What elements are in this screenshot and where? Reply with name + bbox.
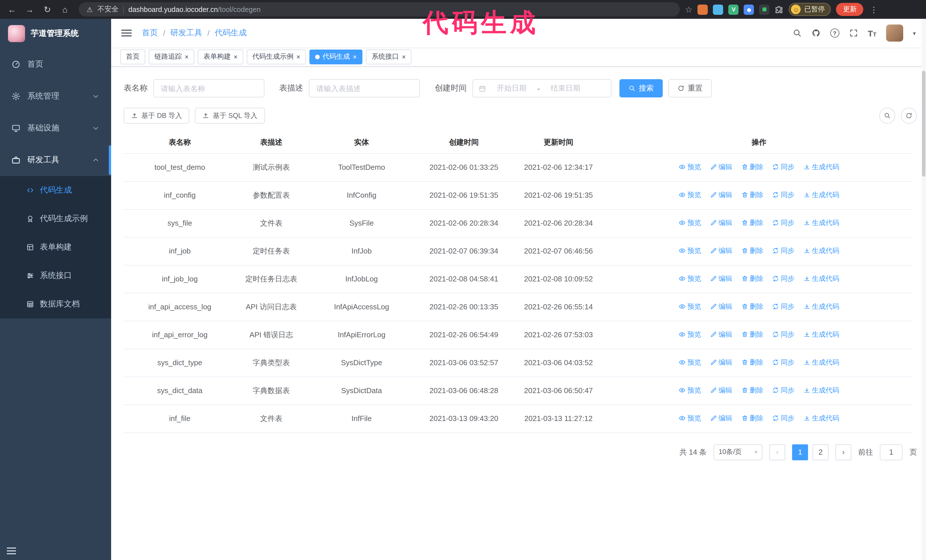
breadcrumb-item[interactable]: 研发工具 — [170, 28, 202, 38]
generate-code-action[interactable]: 生成代码 — [803, 161, 840, 172]
preview-action[interactable]: 预览 — [679, 245, 701, 256]
tab-close-icon[interactable]: × — [185, 53, 189, 60]
edit-action[interactable]: 编辑 — [710, 245, 732, 256]
tab[interactable]: 链路追踪 × — [149, 49, 194, 64]
avatar-caret-icon[interactable]: ▾ — [913, 30, 916, 36]
browser-home-button[interactable]: ⌂ — [59, 5, 71, 14]
page-number-button[interactable]: 1 — [792, 444, 808, 460]
edit-action[interactable]: 编辑 — [710, 189, 732, 200]
sidebar-bottom-menu-icon[interactable] — [7, 548, 16, 554]
page-size-select[interactable]: 10条/页 ▾ — [713, 444, 763, 460]
user-avatar[interactable] — [886, 24, 903, 42]
page-number-button[interactable]: 2 — [813, 444, 829, 460]
fullscreen-icon[interactable] — [849, 29, 858, 38]
browser-back-button[interactable]: ← — [6, 5, 18, 14]
sidebar-item-codegen-example[interactable]: 代码生成示例 — [0, 205, 111, 233]
tab[interactable]: 表单构建 × — [198, 49, 243, 64]
browser-extension-icon[interactable] — [698, 4, 708, 15]
browser-update-button[interactable]: 更新 — [836, 3, 864, 16]
preview-action[interactable]: 预览 — [679, 356, 701, 368]
search-icon[interactable] — [792, 29, 802, 38]
generate-code-action[interactable]: 生成代码 — [803, 245, 840, 256]
table-desc-input[interactable] — [309, 79, 420, 97]
bookmark-star-icon[interactable]: ☆ — [685, 4, 693, 15]
vue-devtools-extension-icon[interactable]: V — [729, 4, 739, 15]
delete-action[interactable]: 删除 — [741, 189, 763, 200]
sync-action[interactable]: 同步 — [772, 161, 794, 172]
browser-extension-icon[interactable] — [759, 4, 770, 15]
edit-action[interactable]: 编辑 — [710, 161, 732, 172]
generate-code-action[interactable]: 生成代码 — [803, 273, 840, 284]
sync-action[interactable]: 同步 — [772, 245, 794, 256]
generate-code-action[interactable]: 生成代码 — [803, 412, 840, 424]
edit-action[interactable]: 编辑 — [710, 328, 732, 340]
browser-address-bar[interactable]: ⚠ 不安全 dashboard.yudao.iocoder.cn/tool/co… — [79, 2, 680, 17]
delete-action[interactable]: 删除 — [741, 328, 763, 340]
edit-action[interactable]: 编辑 — [710, 300, 732, 312]
github-icon[interactable] — [811, 29, 820, 38]
preview-action[interactable]: 预览 — [679, 189, 701, 200]
delete-action[interactable]: 删除 — [741, 412, 763, 424]
browser-extension-icon[interactable]: ☻ — [744, 4, 754, 15]
edit-action[interactable]: 编辑 — [710, 217, 732, 228]
edit-action[interactable]: 编辑 — [710, 356, 732, 368]
sidebar-item-system-management[interactable]: 系统管理 — [0, 80, 111, 112]
preview-action[interactable]: 预览 — [679, 161, 701, 172]
delete-action[interactable]: 删除 — [741, 384, 763, 395]
browser-extension-icon[interactable] — [713, 4, 723, 15]
delete-action[interactable]: 删除 — [741, 161, 763, 172]
sidebar-item-home[interactable]: 首页 — [0, 48, 111, 80]
refresh-table-button[interactable] — [901, 108, 917, 124]
sync-action[interactable]: 同步 — [772, 412, 794, 424]
preview-action[interactable]: 预览 — [679, 300, 701, 312]
page-scrollbar[interactable] — [921, 19, 926, 560]
generate-code-action[interactable]: 生成代码 — [803, 217, 840, 228]
sidebar-item-form-builder[interactable]: 表单构建 — [0, 233, 111, 261]
preview-action[interactable]: 预览 — [679, 328, 701, 340]
font-size-icon[interactable]: TT — [868, 29, 876, 37]
preview-action[interactable]: 预览 — [679, 384, 701, 395]
import-db-button[interactable]: 基于 DB 导入 — [124, 108, 189, 124]
import-sql-button[interactable]: 基于 SQL 导入 — [195, 108, 265, 124]
tab[interactable]: 系统接口 × — [366, 49, 412, 64]
sync-action[interactable]: 同步 — [772, 189, 794, 200]
hamburger-icon[interactable] — [121, 30, 132, 36]
sync-action[interactable]: 同步 — [772, 384, 794, 395]
sync-action[interactable]: 同步 — [772, 328, 794, 340]
preview-action[interactable]: 预览 — [679, 217, 701, 228]
table-name-input[interactable] — [153, 79, 265, 97]
app-logo[interactable]: 芋道管理系统 — [0, 19, 111, 48]
sync-action[interactable]: 同步 — [772, 217, 794, 228]
sidebar-item-database-docs[interactable]: 数据库文档 — [0, 290, 111, 318]
generate-code-action[interactable]: 生成代码 — [803, 189, 840, 200]
edit-action[interactable]: 编辑 — [710, 273, 732, 284]
prev-page-button[interactable]: ‹ — [769, 444, 785, 460]
sidebar-item-dev-tools[interactable]: 研发工具 — [0, 144, 111, 176]
tab[interactable]: 代码生成 × — [309, 49, 362, 64]
generate-code-action[interactable]: 生成代码 — [803, 328, 840, 340]
delete-action[interactable]: 删除 — [741, 273, 763, 284]
preview-action[interactable]: 预览 — [679, 273, 701, 284]
sync-action[interactable]: 同步 — [772, 273, 794, 284]
delete-action[interactable]: 删除 — [741, 217, 763, 228]
breadcrumb-item[interactable]: 首页 — [142, 28, 158, 38]
search-button[interactable]: 搜索 — [619, 79, 663, 97]
tab-close-icon[interactable]: × — [353, 53, 357, 60]
generate-code-action[interactable]: 生成代码 — [803, 300, 840, 312]
sidebar-item-infrastructure[interactable]: 基础设施 — [0, 112, 111, 144]
help-icon[interactable]: ? — [830, 29, 839, 38]
profile-paused-chip[interactable]: ☺ 已暂停 — [789, 3, 831, 16]
sync-action[interactable]: 同步 — [772, 300, 794, 312]
delete-action[interactable]: 删除 — [741, 245, 763, 256]
generate-code-action[interactable]: 生成代码 — [803, 384, 840, 395]
edit-action[interactable]: 编辑 — [710, 384, 732, 395]
tab[interactable]: 代码生成示例 × — [247, 49, 306, 64]
delete-action[interactable]: 删除 — [741, 356, 763, 368]
tab-close-icon[interactable]: × — [234, 53, 238, 60]
edit-action[interactable]: 编辑 — [710, 412, 732, 424]
preview-action[interactable]: 预览 — [679, 412, 701, 424]
tab[interactable]: 首页 — [120, 49, 145, 64]
sidebar-item-system-api[interactable]: 系统接口 — [0, 261, 111, 290]
date-range-picker[interactable]: 开始日期 - 结束日期 — [472, 79, 611, 97]
tab-close-icon[interactable]: × — [296, 53, 300, 60]
